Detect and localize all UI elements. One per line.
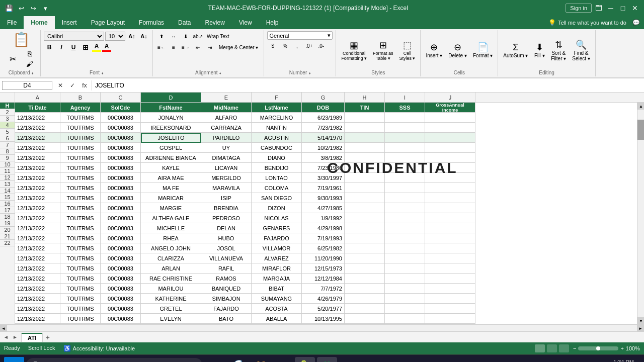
align-right-button[interactable]: ≡→ [180, 42, 191, 52]
cell-6-E[interactable]: DIMATAGA [201, 153, 252, 163]
cell-3-H[interactable] [345, 123, 385, 133]
font-color-button[interactable]: A [102, 43, 111, 52]
align-center-button[interactable]: ≡ [168, 42, 179, 52]
number-format-dropdown[interactable]: General▾ [267, 31, 333, 40]
cell-2-I[interactable] [385, 113, 425, 123]
cell-16-I[interactable] [385, 253, 425, 263]
cell-8-C[interactable]: 00C00083 [101, 173, 141, 183]
cell-3-J[interactable] [425, 123, 475, 133]
cell-15-D[interactable]: ANGELO JOHN [141, 243, 201, 253]
sheet-add-button[interactable]: + [43, 333, 53, 342]
cell-9-I[interactable] [385, 183, 425, 193]
header-sss[interactable]: SSS [385, 103, 425, 113]
cell-17-F[interactable]: MIRAFLOR [252, 263, 302, 274]
cell-13-C[interactable]: 00C00083 [101, 223, 141, 233]
cell-10-F[interactable]: SAN DIEGO [252, 193, 302, 203]
cell-15-J[interactable] [425, 243, 475, 253]
cell-10-C[interactable]: 00C00083 [101, 193, 141, 203]
cell-14-H[interactable] [345, 233, 385, 243]
sort-filter-button[interactable]: ⇅ Sort &Filter ▾ [549, 38, 568, 62]
align-left-button[interactable]: ≡← [156, 42, 167, 52]
col-header-G[interactable]: G [302, 93, 345, 103]
fill-button[interactable]: ⬇ Fill ▾ [532, 41, 547, 59]
cell-17-J[interactable] [425, 263, 475, 274]
cell-19-I[interactable] [385, 284, 425, 294]
cell-21-B[interactable]: TOUTRMS [60, 304, 101, 314]
cell-20-B[interactable]: TOUTRMS [60, 294, 101, 304]
cell-19-B[interactable]: TOUTRMS [60, 284, 101, 294]
scroll-up-button[interactable]: ▲ [637, 103, 644, 110]
cell-8-F[interactable]: LONTAO [252, 173, 302, 183]
format-as-table-button[interactable]: ⊞ Format asTable ▾ [371, 39, 395, 62]
currency-button[interactable]: $ [267, 41, 278, 51]
cell-3-D[interactable]: IREEKSONARD [141, 123, 201, 133]
taskbar-python-button[interactable]: 🐍 [295, 357, 315, 363]
cell-16-G[interactable]: 11/20/1990 [302, 253, 345, 263]
autosum-button[interactable]: Σ AutoSum ▾ [501, 41, 530, 59]
cell-2-C[interactable]: 00C00083 [101, 113, 141, 123]
cell-18-D[interactable]: RAE CHRISTINE [141, 274, 201, 284]
cell-16-B[interactable]: TOUTRMS [60, 253, 101, 263]
cell-22-A[interactable]: 12/13/2022 [15, 314, 60, 324]
cell-10-H[interactable] [345, 193, 385, 203]
cell-21-A[interactable]: 12/13/2022 [15, 304, 60, 314]
cell-12-I[interactable] [385, 213, 425, 223]
cell-15-E[interactable]: JOSOL [201, 243, 252, 253]
cell-9-B[interactable]: TOUTRMS [60, 183, 101, 193]
sheet-next-button[interactable]: ► [11, 333, 19, 341]
cell-9-E[interactable]: MARAVILA [201, 183, 252, 193]
header-dob[interactable]: DOB [302, 103, 345, 113]
cell-20-F[interactable]: SUMAYANG [252, 294, 302, 304]
cell-12-B[interactable]: TOUTRMS [60, 213, 101, 223]
cell-21-F[interactable]: ACOSTA [252, 304, 302, 314]
cell-8-B[interactable]: TOUTRMS [60, 173, 101, 183]
sheet-prev-button[interactable]: ◄ [2, 333, 10, 341]
cell-11-D[interactable]: MARGIE [141, 203, 201, 213]
cell-18-I[interactable] [385, 274, 425, 284]
cell-2-B[interactable]: TOUTRMS [60, 113, 101, 123]
cell-2-F[interactable]: MARCELINO [252, 113, 302, 123]
cell-14-B[interactable]: TOUTRMS [60, 233, 101, 243]
header-lstname[interactable]: LstName [252, 103, 302, 113]
cell-20-C[interactable]: 00C00083 [101, 294, 141, 304]
zoom-in-button[interactable]: + [620, 345, 623, 351]
cell-21-J[interactable] [425, 304, 475, 314]
cell-7-B[interactable]: TOUTRMS [60, 163, 101, 173]
delete-button[interactable]: ⊖ Delete ▾ [446, 41, 469, 59]
copy-button[interactable]: ⎘ [22, 49, 37, 59]
redo-icon[interactable]: ↪ [28, 3, 38, 13]
cell-16-F[interactable]: ALVAREZ [252, 253, 302, 263]
taskbar-search-box[interactable]: 🔍 Type here to search [26, 358, 202, 363]
cell-8-H[interactable] [345, 173, 385, 183]
cell-8-A[interactable]: 12/13/2022 [15, 173, 60, 183]
tab-home[interactable]: Home [24, 16, 54, 29]
cancel-formula-button[interactable]: ✕ [54, 79, 66, 92]
cell-16-J[interactable] [425, 253, 475, 263]
cell-18-B[interactable]: TOUTRMS [60, 274, 101, 284]
cut-button[interactable]: ✂ [5, 49, 20, 69]
cell-20-A[interactable]: 12/13/2022 [15, 294, 60, 304]
cell-18-G[interactable]: 12/12/1984 [302, 274, 345, 284]
ribbon-collapse-icon[interactable]: 🗔 [594, 3, 604, 13]
cell-17-E[interactable]: RAFIL [201, 263, 252, 274]
cell-6-I[interactable] [385, 153, 425, 163]
cell-8-E[interactable]: MERGILDO [201, 173, 252, 183]
cell-14-A[interactable]: 12/13/2022 [15, 233, 60, 243]
cell-6-H[interactable] [345, 153, 385, 163]
cell-18-A[interactable]: 12/13/2022 [15, 274, 60, 284]
cell-12-A[interactable]: 12/13/2022 [15, 213, 60, 223]
col-header-I[interactable]: I [385, 93, 425, 103]
cell-12-G[interactable]: 1/9/1992 [302, 213, 345, 223]
save-icon[interactable]: 💾 [4, 3, 14, 13]
cell-6-A[interactable]: 12/13/2022 [15, 153, 60, 163]
cell-10-B[interactable]: TOUTRMS [60, 193, 101, 203]
cell-14-I[interactable] [385, 233, 425, 243]
cell-14-E[interactable]: HUBO [201, 233, 252, 243]
italic-button[interactable]: I [56, 42, 67, 52]
cell-20-J[interactable] [425, 294, 475, 304]
comma-button[interactable]: , [291, 41, 302, 51]
cell-14-D[interactable]: RHEA [141, 233, 201, 243]
cell-22-H[interactable] [345, 314, 385, 324]
cell-15-C[interactable]: 00C00083 [101, 243, 141, 253]
zoom-slider[interactable] [578, 346, 618, 350]
